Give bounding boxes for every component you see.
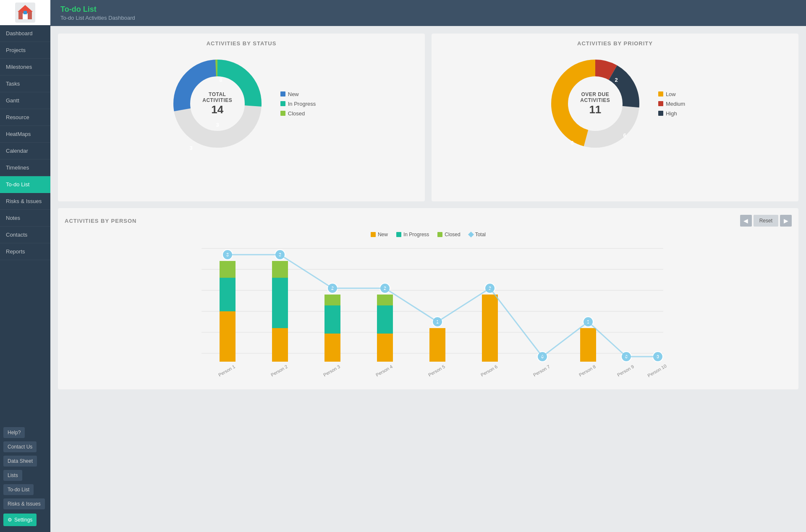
bar-legend-new: New bbox=[371, 232, 388, 237]
page-title: To-do List bbox=[60, 5, 796, 14]
status-donut: 8 3 3 TOTALACTIVITIES 14 bbox=[167, 53, 268, 154]
svg-text:Person 6: Person 6 bbox=[480, 364, 498, 377]
sidebar-bottom: Help? Contact Us Data Sheet Lists To-do … bbox=[0, 425, 50, 532]
svg-text:2: 2 bbox=[615, 77, 618, 83]
svg-text:Person 10: Person 10 bbox=[646, 363, 667, 378]
legend-medium: Medium bbox=[658, 101, 685, 107]
prev-button[interactable]: ◀ bbox=[740, 215, 752, 227]
contact-us-button[interactable]: Contact Us bbox=[3, 441, 37, 452]
svg-rect-3 bbox=[23, 13, 28, 19]
legend-high: High bbox=[658, 110, 685, 117]
priority-donut: 2 6 6 OVER DUEACTIVITIES 11 bbox=[545, 53, 646, 154]
page-header: To-do List To-do List Activities Dashboa… bbox=[50, 0, 806, 26]
sidebar-item-risks[interactable]: Risks & Issues bbox=[0, 193, 50, 210]
svg-text:3: 3 bbox=[216, 122, 219, 128]
bar-p1-new bbox=[220, 311, 236, 362]
bar-legend-inprogress-dot bbox=[396, 232, 401, 237]
svg-text:Person 1: Person 1 bbox=[217, 364, 236, 377]
bar-p6-new bbox=[482, 295, 498, 362]
legend-new: New bbox=[280, 91, 316, 97]
status-center-label: TOTALACTIVITIES 14 bbox=[202, 91, 232, 116]
sidebar-item-milestones[interactable]: Milestones bbox=[0, 59, 50, 76]
svg-text:Person 9: Person 9 bbox=[616, 364, 635, 377]
sidebar-item-dashboard[interactable]: Dashboard bbox=[0, 25, 50, 42]
priority-donut-container: 2 6 6 OVER DUEACTIVITIES 11 Low bbox=[438, 53, 792, 154]
nav-list: Dashboard Projects Milestones Tasks Gant… bbox=[0, 25, 50, 260]
person-chart-header: ACTIVITIES BY PERSON ◀ Reset ▶ bbox=[65, 215, 792, 227]
data-sheet-button[interactable]: Data Sheet bbox=[3, 456, 37, 467]
legend-high-dot bbox=[658, 111, 663, 116]
status-donut-container: 8 3 3 TOTALACTIVITIES 14 New bbox=[65, 53, 418, 154]
charts-row: ACTIVITIES BY STATUS bbox=[58, 34, 798, 201]
sidebar-item-gantt[interactable]: Gantt bbox=[0, 92, 50, 109]
svg-text:3: 3 bbox=[189, 145, 192, 151]
legend-closed-dot bbox=[280, 111, 285, 116]
bar-p5-new bbox=[429, 328, 445, 362]
bar-p2-inprogress bbox=[272, 278, 288, 328]
settings-label: Settings bbox=[14, 517, 32, 523]
bar-p2-new bbox=[272, 328, 288, 362]
priority-chart-title: ACTIVITIES BY PRIORITY bbox=[438, 40, 792, 47]
help-button[interactable]: Help? bbox=[3, 427, 25, 438]
svg-text:Person 3: Person 3 bbox=[322, 364, 341, 377]
lists-button[interactable]: Lists bbox=[3, 470, 22, 481]
sidebar-item-notes[interactable]: Notes bbox=[0, 210, 50, 227]
priority-chart-card: ACTIVITIES BY PRIORITY bbox=[432, 34, 798, 201]
bar-p1-closed bbox=[220, 261, 236, 278]
dashboard-content: ACTIVITIES BY STATUS bbox=[50, 26, 806, 532]
sidebar-item-todo[interactable]: To-do List bbox=[0, 176, 50, 193]
legend-low-dot bbox=[658, 91, 663, 96]
person-chart-svg: 3 Person 1 3 Person 2 2 Person 3 bbox=[65, 244, 792, 383]
bar-p4-inprogress bbox=[377, 305, 393, 334]
priority-legend: Low Medium High bbox=[658, 91, 685, 117]
legend-low: Low bbox=[658, 91, 685, 97]
person-chart-title: ACTIVITIES BY PERSON bbox=[65, 218, 136, 224]
bar-p4-closed bbox=[377, 295, 393, 305]
settings-icon: ⚙ bbox=[8, 517, 12, 523]
priority-center-label: OVER DUEACTIVITIES 11 bbox=[580, 91, 610, 116]
sidebar-item-projects[interactable]: Projects bbox=[0, 42, 50, 59]
reset-button[interactable]: Reset bbox=[754, 215, 778, 227]
legend-medium-dot bbox=[658, 101, 663, 106]
bar-chart-area: 3 Person 1 3 Person 2 2 Person 3 bbox=[65, 244, 792, 383]
bar-legend-new-dot bbox=[371, 232, 376, 237]
svg-text:Person 8: Person 8 bbox=[578, 364, 597, 377]
bar-p2-closed bbox=[272, 261, 288, 278]
person-chart-card: ACTIVITIES BY PERSON ◀ Reset ▶ New In Pr… bbox=[58, 208, 798, 389]
bar-p8-new bbox=[580, 328, 596, 362]
svg-text:Person 7: Person 7 bbox=[532, 364, 551, 377]
next-button[interactable]: ▶ bbox=[780, 215, 792, 227]
main-content: To-do List To-do List Activities Dashboa… bbox=[50, 0, 806, 532]
sidebar: Dashboard Projects Milestones Tasks Gant… bbox=[0, 0, 50, 532]
bar-legend-total: Total bbox=[469, 232, 486, 237]
sidebar-item-heatmaps[interactable]: HeatMaps bbox=[0, 126, 50, 143]
bar-p1-inprogress bbox=[220, 278, 236, 311]
legend-inprogress-dot bbox=[280, 101, 285, 106]
bar-legend-inprogress: In Progress bbox=[396, 232, 429, 237]
bar-p3-new bbox=[324, 334, 340, 362]
sidebar-item-timelines[interactable]: Timelines bbox=[0, 159, 50, 176]
sidebar-item-resource[interactable]: Resource bbox=[0, 109, 50, 126]
bar-legend: New In Progress Closed Total bbox=[65, 232, 792, 237]
todo-list-button[interactable]: To-do List bbox=[3, 484, 34, 495]
page-subtitle: To-do List Activities Dashboard bbox=[60, 15, 796, 21]
svg-text:Person 2: Person 2 bbox=[270, 364, 288, 377]
legend-closed: Closed bbox=[280, 110, 316, 117]
bar-p3-inprogress bbox=[324, 305, 340, 334]
legend-new-dot bbox=[280, 91, 285, 96]
bar-legend-total-diamond bbox=[468, 232, 474, 237]
svg-text:Person 5: Person 5 bbox=[427, 364, 446, 377]
risks-issues-button[interactable]: Risks & Issues bbox=[3, 498, 45, 509]
svg-text:8: 8 bbox=[219, 77, 222, 83]
bar-legend-closed-dot bbox=[437, 232, 442, 237]
sidebar-item-tasks[interactable]: Tasks bbox=[0, 76, 50, 92]
bar-p3-closed bbox=[324, 295, 340, 305]
bar-p4-new bbox=[377, 334, 393, 362]
settings-button[interactable]: ⚙ Settings bbox=[3, 514, 37, 526]
legend-inprogress: In Progress bbox=[280, 101, 316, 107]
sidebar-item-contacts[interactable]: Contacts bbox=[0, 227, 50, 243]
svg-text:6: 6 bbox=[623, 132, 626, 138]
svg-rect-4 bbox=[24, 11, 27, 14]
sidebar-item-reports[interactable]: Reports bbox=[0, 243, 50, 260]
sidebar-item-calendar[interactable]: Calendar bbox=[0, 143, 50, 159]
